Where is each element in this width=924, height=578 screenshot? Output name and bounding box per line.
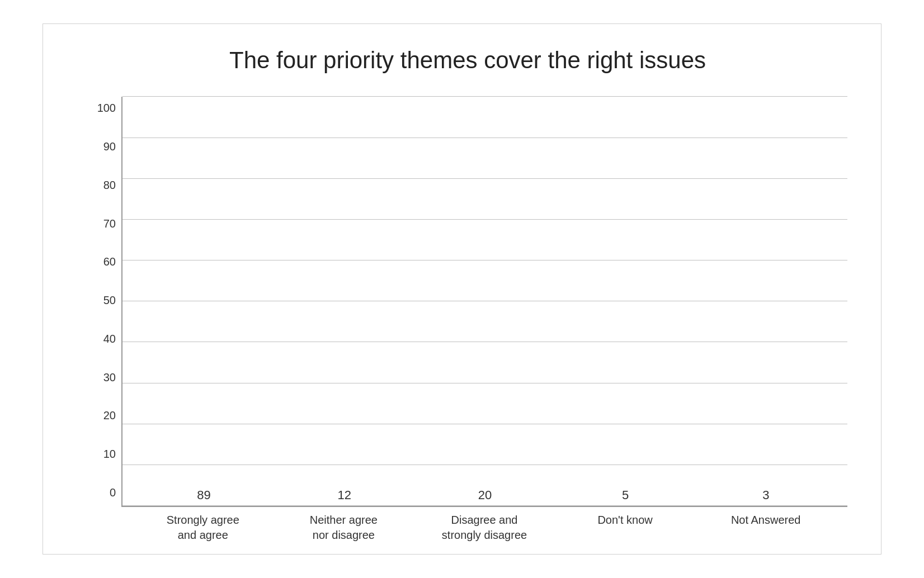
x-axis-label: Strongly agreeand agree — [158, 513, 248, 543]
bar-group: 89 — [159, 488, 249, 506]
chart-body: 89122053 Strongly agreeand agreeNeither … — [121, 97, 847, 543]
y-axis-label: 80 — [103, 179, 116, 191]
x-axis-label: Neither agreenor disagree — [299, 513, 388, 543]
chart-area: 1009080706050403020100 89122053 Strongly… — [88, 97, 847, 543]
bars-and-grid: 89122053 — [121, 97, 847, 507]
x-labels: Strongly agreeand agreeNeither agreenor … — [121, 513, 847, 543]
x-axis-label: Don't know — [581, 513, 670, 543]
bar-value-label: 89 — [197, 488, 210, 503]
y-axis-label: 50 — [103, 295, 116, 306]
bar-group: 3 — [721, 488, 810, 506]
bar-value-label: 3 — [762, 488, 769, 503]
x-axis-label: Not Answered — [721, 513, 810, 543]
bar-group: 20 — [440, 488, 530, 506]
chart-container: The four priority themes cover the right… — [43, 23, 881, 555]
y-axis-label: 40 — [103, 333, 116, 344]
y-axis-label: 60 — [103, 256, 116, 267]
bar-value-label: 12 — [338, 488, 351, 503]
y-axis-label: 20 — [103, 410, 116, 421]
y-axis-label: 10 — [103, 448, 116, 459]
chart-title: The four priority themes cover the right… — [88, 46, 847, 74]
y-axis-label: 30 — [103, 372, 116, 383]
y-axis-label: 70 — [103, 218, 116, 229]
bar-value-label: 5 — [622, 488, 629, 503]
bars-row: 89122053 — [122, 97, 847, 506]
bar-value-label: 20 — [478, 488, 492, 503]
bar-group: 5 — [581, 488, 670, 506]
y-axis-label: 0 — [110, 487, 116, 498]
y-axis: 1009080706050403020100 — [88, 97, 121, 543]
x-axis-label: Disagree andstrongly disagree — [440, 513, 529, 543]
y-axis-label: 100 — [97, 102, 116, 113]
y-axis-label: 90 — [103, 141, 116, 152]
bar-group: 12 — [300, 488, 389, 506]
